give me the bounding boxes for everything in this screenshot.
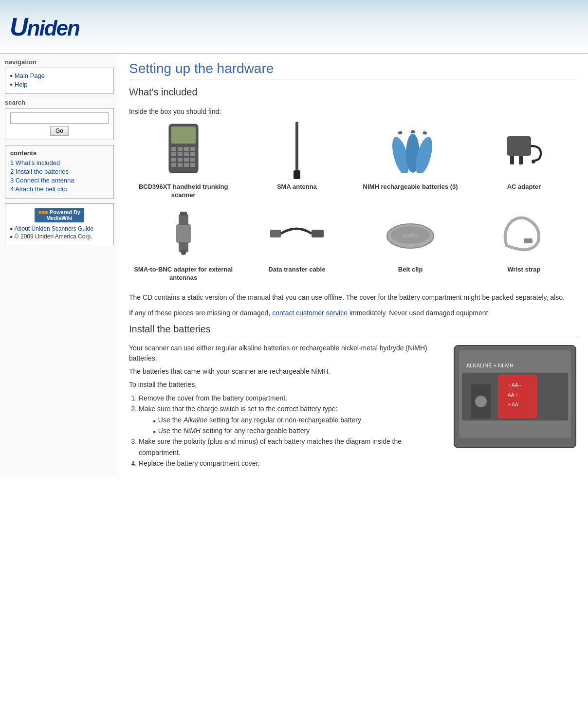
- footer-item-copyright: © 2009 Uniden America Corp.: [10, 233, 109, 240]
- contents-list: 1 What's included 2 Install the batterie…: [10, 159, 109, 193]
- svg-rect-5: [190, 147, 195, 151]
- svg-rect-40: [524, 238, 533, 243]
- battery-text: Your scanner can use either regular alka…: [129, 343, 442, 469]
- sidebar: navigation Main Page Help search Go cont…: [0, 54, 119, 476]
- item-antenna-label: SMA antenna: [242, 183, 351, 191]
- customer-service-link[interactable]: contact customer service: [272, 309, 348, 317]
- powered-box: ■■■ Powered ByMediaWiki About Uniden Sca…: [5, 203, 114, 245]
- svg-rect-12: [184, 158, 189, 162]
- svg-rect-13: [190, 158, 195, 162]
- item-wrist-strap-label: Wrist strap: [470, 266, 578, 274]
- footer-item-about[interactable]: About Uniden Scanners Guide: [10, 225, 109, 232]
- go-button[interactable]: Go: [50, 126, 69, 136]
- svg-rect-36: [312, 230, 324, 237]
- missing-note: If any of these pieces are missing or da…: [129, 308, 578, 318]
- svg-rect-14: [171, 163, 176, 167]
- svg-rect-9: [190, 152, 195, 156]
- nav-item-help[interactable]: Help: [10, 81, 109, 88]
- item-scanner-label: BCD396XT handheld trunking scanner: [129, 183, 238, 200]
- cd-note: The CD contains a static version of the …: [129, 292, 578, 303]
- contents-item-3[interactable]: 3 Connect the antenna: [10, 177, 109, 184]
- search-box: Go: [5, 108, 114, 140]
- site-logo: Uniden: [10, 12, 79, 41]
- battery-step-1: Remove the cover from the battery compar…: [139, 393, 442, 403]
- search-input[interactable]: [10, 112, 109, 124]
- battery-para3: To install the batteries,: [129, 380, 442, 390]
- svg-rect-7: [178, 152, 183, 156]
- svg-point-29: [532, 160, 535, 164]
- svg-rect-17: [190, 163, 195, 167]
- nav-box: Main Page Help: [5, 68, 114, 94]
- battery-para2: The batteries that came with your scanne…: [129, 366, 442, 377]
- main-content: Setting up the hardware What's included …: [119, 54, 588, 476]
- svg-rect-32: [180, 212, 187, 216]
- item-batteries: NiMH rechargeable batteries (3): [356, 122, 465, 200]
- battery-sub-2: Use the NiMH setting for any rechargeabl…: [153, 425, 442, 436]
- svg-rect-18: [295, 122, 298, 170]
- contents-item-4[interactable]: 4 Attach the belt clip: [10, 185, 109, 193]
- header: Uniden: [0, 0, 588, 54]
- contents-item-2[interactable]: 2 Install the batteries: [10, 168, 109, 175]
- battery-sub-list: Use the Alkaline setting for any regular…: [153, 415, 442, 436]
- item-cable: Data transfer cable: [242, 204, 351, 282]
- svg-point-34: [181, 249, 186, 255]
- battery-steps-list: Remove the cover from the battery compar…: [139, 393, 442, 469]
- svg-text:AA +: AA +: [508, 392, 518, 398]
- contents-title: contents: [10, 149, 109, 157]
- item-scanner: BCD396XT handheld trunking scanner: [129, 122, 238, 200]
- svg-rect-1: [171, 127, 196, 144]
- whats-included-intro: Inside the box you should find:: [129, 106, 578, 117]
- page-title: Setting up the hardware: [129, 61, 578, 79]
- item-sma-bnc-label: SMA-to-BNC adapter for external antennas: [129, 266, 238, 282]
- battery-para1: Your scanner can use either regular alka…: [129, 343, 442, 364]
- battery-diagram: ALKALINE + NI-MH + AA - AA + + AA -: [452, 343, 578, 452]
- item-adapter: AC adapter: [470, 122, 578, 200]
- svg-rect-11: [178, 158, 183, 162]
- item-belt-clip-label: Belt clip: [356, 266, 465, 274]
- item-adapter-label: AC adapter: [470, 183, 578, 191]
- svg-rect-35: [270, 230, 281, 237]
- svg-rect-31: [179, 214, 188, 225]
- svg-rect-30: [176, 224, 191, 243]
- nav-item-main[interactable]: Main Page: [10, 72, 109, 79]
- svg-rect-8: [184, 152, 189, 156]
- install-batteries-title: Install the batteries: [129, 324, 578, 337]
- item-antenna: SMA antenna: [242, 122, 351, 200]
- battery-step-4: Replace the battery compartment cover.: [139, 458, 442, 469]
- svg-rect-27: [510, 156, 514, 164]
- svg-rect-10: [171, 158, 176, 162]
- items-grid: BCD396XT handheld trunking scanner SMA a…: [129, 122, 578, 282]
- svg-rect-28: [519, 156, 523, 164]
- svg-rect-4: [184, 147, 189, 151]
- mediawiki-logo: ■■■ Powered ByMediaWiki: [35, 208, 84, 222]
- battery-step-2: Make sure that the charge switch is set …: [139, 403, 442, 436]
- svg-rect-3: [178, 147, 183, 151]
- contents-item-1[interactable]: 1 What's included: [10, 159, 109, 166]
- svg-text:+ AA -: + AA -: [508, 402, 521, 407]
- item-sma-bnc: SMA-to-BNC adapter for external antennas: [129, 204, 238, 282]
- svg-rect-25: [423, 131, 427, 135]
- svg-text:Uniden: Uniden: [403, 233, 418, 238]
- battery-step-3: Make sure the polarity (plus and minus) …: [139, 436, 442, 458]
- item-batteries-label: NiMH rechargeable batteries (3): [356, 183, 465, 191]
- svg-rect-6: [171, 152, 176, 156]
- svg-rect-23: [411, 130, 415, 133]
- svg-point-47: [475, 396, 487, 407]
- search-section-title: search: [5, 99, 114, 106]
- battery-sub-1: Use the Alkaline setting for any regular…: [153, 415, 442, 425]
- battery-section: Your scanner can use either regular alka…: [129, 343, 578, 469]
- nav-section-title: navigation: [5, 58, 114, 66]
- svg-text:ALKALINE + NI-MH: ALKALINE + NI-MH: [466, 363, 514, 368]
- svg-text:+ AA -: + AA -: [508, 382, 521, 388]
- svg-rect-15: [178, 163, 183, 167]
- item-belt-clip: Uniden Belt clip: [356, 204, 465, 282]
- svg-rect-2: [171, 147, 176, 151]
- svg-rect-19: [294, 170, 300, 179]
- whats-included-title: What's included: [129, 87, 578, 100]
- svg-rect-16: [184, 163, 189, 167]
- svg-rect-26: [507, 136, 531, 156]
- item-cable-label: Data transfer cable: [242, 266, 351, 274]
- contents-box: contents 1 What's included 2 Install the…: [5, 145, 114, 199]
- svg-rect-21: [398, 131, 403, 135]
- item-wrist-strap: Wrist strap: [470, 204, 578, 282]
